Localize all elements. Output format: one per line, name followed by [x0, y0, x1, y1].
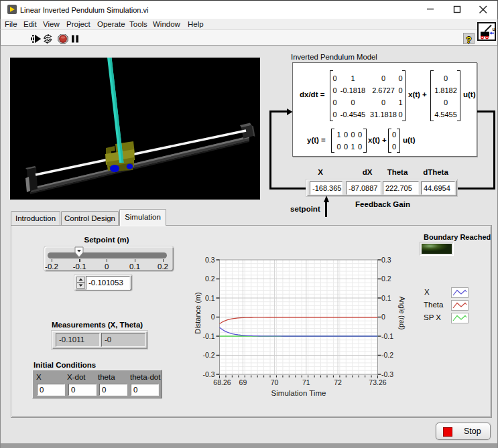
svg-text:0.2: 0.2: [205, 275, 215, 283]
svg-text:68.26: 68.26: [213, 378, 231, 386]
svg-text:0: 0: [381, 313, 385, 321]
svg-text:u: u: [493, 26, 495, 32]
svg-text:-0.1: -0.1: [381, 332, 393, 340]
svg-text:73.26: 73.26: [369, 378, 386, 386]
svg-text:Distance (m): Distance (m): [194, 292, 202, 333]
svg-text:-0.1: -0.1: [202, 332, 214, 340]
svg-text:Simulation Time: Simulation Time: [271, 389, 326, 397]
svg-text:0.3: 0.3: [381, 256, 391, 264]
svg-text:0.3: 0.3: [205, 256, 215, 264]
svg-text:0: 0: [211, 313, 215, 321]
svg-text:-0.2: -0.2: [381, 351, 393, 359]
svg-text:-0.3: -0.3: [381, 370, 393, 378]
svg-text:-0.2: -0.2: [202, 351, 214, 359]
svg-text:Angle (rad): Angle (rad): [398, 297, 406, 329]
svg-text:70: 70: [271, 378, 279, 386]
svg-text:69: 69: [239, 378, 247, 386]
svg-text:72: 72: [334, 378, 342, 386]
svg-text:-0.3: -0.3: [202, 370, 214, 378]
svg-text:71: 71: [302, 378, 310, 386]
svg-text:0.1: 0.1: [205, 294, 215, 302]
svg-text:0.1: 0.1: [381, 294, 391, 302]
svg-text:0.2: 0.2: [381, 275, 391, 283]
